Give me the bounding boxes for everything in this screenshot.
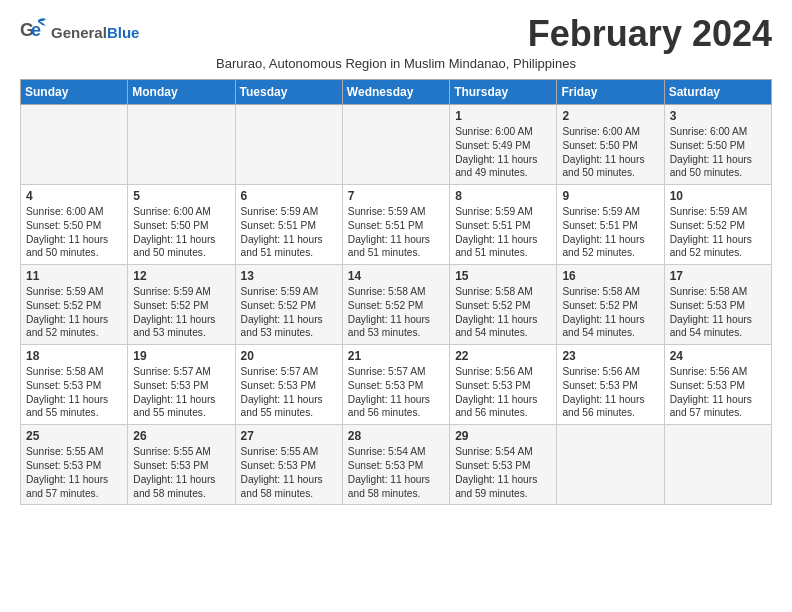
day-number: 22 [455,349,551,363]
cell-content: Sunrise: 6:00 AM Sunset: 5:50 PM Dayligh… [133,205,229,260]
cell-content: Sunrise: 5:59 AM Sunset: 5:52 PM Dayligh… [670,205,766,260]
day-number: 18 [26,349,122,363]
cell-content: Sunrise: 6:00 AM Sunset: 5:49 PM Dayligh… [455,125,551,180]
day-number: 14 [348,269,444,283]
calendar-cell: 23Sunrise: 5:56 AM Sunset: 5:53 PM Dayli… [557,345,664,425]
day-number: 25 [26,429,122,443]
calendar-cell: 29Sunrise: 5:54 AM Sunset: 5:53 PM Dayli… [450,425,557,505]
day-number: 26 [133,429,229,443]
cell-content: Sunrise: 5:59 AM Sunset: 5:52 PM Dayligh… [26,285,122,340]
calendar-cell [557,425,664,505]
day-number: 19 [133,349,229,363]
calendar-cell: 16Sunrise: 5:58 AM Sunset: 5:52 PM Dayli… [557,265,664,345]
cell-content: Sunrise: 5:55 AM Sunset: 5:53 PM Dayligh… [241,445,337,500]
day-number: 28 [348,429,444,443]
cell-content: Sunrise: 6:00 AM Sunset: 5:50 PM Dayligh… [26,205,122,260]
cell-content: Sunrise: 5:58 AM Sunset: 5:52 PM Dayligh… [455,285,551,340]
day-number: 10 [670,189,766,203]
calendar-cell [21,105,128,185]
subtitle: Barurao, Autonomous Region in Muslim Min… [20,56,772,71]
day-header-friday: Friday [557,80,664,105]
day-number: 3 [670,109,766,123]
calendar-cell: 4Sunrise: 6:00 AM Sunset: 5:50 PM Daylig… [21,185,128,265]
logo: G e GeneralBlue [20,16,139,48]
day-number: 4 [26,189,122,203]
cell-content: Sunrise: 5:58 AM Sunset: 5:52 PM Dayligh… [348,285,444,340]
day-number: 5 [133,189,229,203]
calendar-cell: 17Sunrise: 5:58 AM Sunset: 5:53 PM Dayli… [664,265,771,345]
cell-content: Sunrise: 5:54 AM Sunset: 5:53 PM Dayligh… [455,445,551,500]
day-number: 23 [562,349,658,363]
calendar-table: SundayMondayTuesdayWednesdayThursdayFrid… [20,79,772,505]
day-number: 16 [562,269,658,283]
cell-content: Sunrise: 6:00 AM Sunset: 5:50 PM Dayligh… [562,125,658,180]
calendar-cell: 19Sunrise: 5:57 AM Sunset: 5:53 PM Dayli… [128,345,235,425]
day-number: 8 [455,189,551,203]
calendar-cell [664,425,771,505]
calendar-cell: 7Sunrise: 5:59 AM Sunset: 5:51 PM Daylig… [342,185,449,265]
calendar-cell: 2Sunrise: 6:00 AM Sunset: 5:50 PM Daylig… [557,105,664,185]
month-year-title: February 2024 [528,16,772,52]
calendar-cell [235,105,342,185]
cell-content: Sunrise: 5:59 AM Sunset: 5:52 PM Dayligh… [133,285,229,340]
day-header-saturday: Saturday [664,80,771,105]
day-number: 2 [562,109,658,123]
cell-content: Sunrise: 5:58 AM Sunset: 5:53 PM Dayligh… [670,285,766,340]
cell-content: Sunrise: 5:59 AM Sunset: 5:52 PM Dayligh… [241,285,337,340]
day-number: 13 [241,269,337,283]
day-number: 1 [455,109,551,123]
day-number: 20 [241,349,337,363]
calendar-cell: 22Sunrise: 5:56 AM Sunset: 5:53 PM Dayli… [450,345,557,425]
calendar-cell: 20Sunrise: 5:57 AM Sunset: 5:53 PM Dayli… [235,345,342,425]
calendar-cell: 14Sunrise: 5:58 AM Sunset: 5:52 PM Dayli… [342,265,449,345]
day-number: 12 [133,269,229,283]
day-number: 7 [348,189,444,203]
calendar-cell: 11Sunrise: 5:59 AM Sunset: 5:52 PM Dayli… [21,265,128,345]
calendar-cell: 12Sunrise: 5:59 AM Sunset: 5:52 PM Dayli… [128,265,235,345]
calendar-cell: 18Sunrise: 5:58 AM Sunset: 5:53 PM Dayli… [21,345,128,425]
calendar-cell: 10Sunrise: 5:59 AM Sunset: 5:52 PM Dayli… [664,185,771,265]
day-number: 21 [348,349,444,363]
day-header-wednesday: Wednesday [342,80,449,105]
calendar-cell: 6Sunrise: 5:59 AM Sunset: 5:51 PM Daylig… [235,185,342,265]
day-number: 15 [455,269,551,283]
day-number: 9 [562,189,658,203]
day-header-sunday: Sunday [21,80,128,105]
calendar-cell: 8Sunrise: 5:59 AM Sunset: 5:51 PM Daylig… [450,185,557,265]
calendar-cell: 21Sunrise: 5:57 AM Sunset: 5:53 PM Dayli… [342,345,449,425]
cell-content: Sunrise: 5:56 AM Sunset: 5:53 PM Dayligh… [562,365,658,420]
day-header-thursday: Thursday [450,80,557,105]
calendar-cell [128,105,235,185]
cell-content: Sunrise: 5:57 AM Sunset: 5:53 PM Dayligh… [133,365,229,420]
cell-content: Sunrise: 5:55 AM Sunset: 5:53 PM Dayligh… [26,445,122,500]
logo-icon: G e [20,16,48,48]
calendar-cell: 24Sunrise: 5:56 AM Sunset: 5:53 PM Dayli… [664,345,771,425]
logo-text: GeneralBlue [51,24,139,41]
cell-content: Sunrise: 5:59 AM Sunset: 5:51 PM Dayligh… [455,205,551,260]
day-number: 17 [670,269,766,283]
day-number: 24 [670,349,766,363]
cell-content: Sunrise: 5:59 AM Sunset: 5:51 PM Dayligh… [562,205,658,260]
calendar-cell: 5Sunrise: 6:00 AM Sunset: 5:50 PM Daylig… [128,185,235,265]
cell-content: Sunrise: 5:58 AM Sunset: 5:53 PM Dayligh… [26,365,122,420]
cell-content: Sunrise: 5:54 AM Sunset: 5:53 PM Dayligh… [348,445,444,500]
cell-content: Sunrise: 5:56 AM Sunset: 5:53 PM Dayligh… [455,365,551,420]
calendar-cell: 27Sunrise: 5:55 AM Sunset: 5:53 PM Dayli… [235,425,342,505]
calendar-cell: 26Sunrise: 5:55 AM Sunset: 5:53 PM Dayli… [128,425,235,505]
calendar-cell: 15Sunrise: 5:58 AM Sunset: 5:52 PM Dayli… [450,265,557,345]
calendar-cell: 28Sunrise: 5:54 AM Sunset: 5:53 PM Dayli… [342,425,449,505]
calendar-cell: 25Sunrise: 5:55 AM Sunset: 5:53 PM Dayli… [21,425,128,505]
calendar-cell: 13Sunrise: 5:59 AM Sunset: 5:52 PM Dayli… [235,265,342,345]
day-number: 27 [241,429,337,443]
day-header-monday: Monday [128,80,235,105]
cell-content: Sunrise: 5:57 AM Sunset: 5:53 PM Dayligh… [241,365,337,420]
cell-content: Sunrise: 6:00 AM Sunset: 5:50 PM Dayligh… [670,125,766,180]
calendar-cell [342,105,449,185]
day-header-tuesday: Tuesday [235,80,342,105]
page-header: G e GeneralBlue February 2024 [20,16,772,52]
calendar-cell: 3Sunrise: 6:00 AM Sunset: 5:50 PM Daylig… [664,105,771,185]
calendar-cell: 1Sunrise: 6:00 AM Sunset: 5:49 PM Daylig… [450,105,557,185]
calendar-cell: 9Sunrise: 5:59 AM Sunset: 5:51 PM Daylig… [557,185,664,265]
cell-content: Sunrise: 5:59 AM Sunset: 5:51 PM Dayligh… [241,205,337,260]
cell-content: Sunrise: 5:59 AM Sunset: 5:51 PM Dayligh… [348,205,444,260]
